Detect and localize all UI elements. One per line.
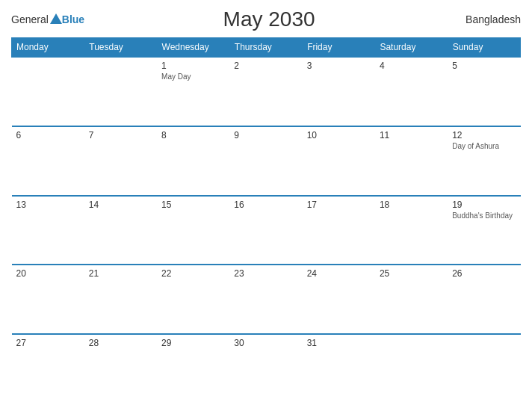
day-number: 14 bbox=[89, 200, 152, 210]
day-number: 31 bbox=[307, 338, 371, 348]
day-number: 5 bbox=[452, 61, 516, 71]
calendar-day-cell bbox=[448, 334, 520, 404]
calendar-day-cell bbox=[12, 57, 84, 126]
day-number: 13 bbox=[16, 200, 80, 210]
day-number: 26 bbox=[452, 268, 516, 279]
calendar-day-cell: 7 bbox=[84, 126, 157, 196]
day-number: 21 bbox=[89, 268, 152, 279]
calendar-day-cell bbox=[375, 334, 448, 404]
calendar-table: MondayTuesdayWednesdayThursdayFridaySatu… bbox=[11, 37, 521, 404]
weekday-header: Sunday bbox=[448, 38, 520, 58]
day-number: 9 bbox=[234, 130, 297, 140]
calendar-week-row: 2728293031 bbox=[12, 334, 521, 404]
day-number: 22 bbox=[161, 268, 225, 279]
calendar-day-cell: 9 bbox=[229, 126, 302, 196]
day-number: 10 bbox=[307, 130, 371, 140]
day-number: 28 bbox=[89, 338, 152, 348]
weekday-header: Monday bbox=[12, 38, 84, 58]
calendar-day-cell: 27 bbox=[12, 334, 84, 404]
day-number: 24 bbox=[307, 268, 371, 279]
calendar-day-cell: 3 bbox=[303, 57, 375, 126]
calendar-week-row: 6789101112Day of Ashura bbox=[12, 126, 521, 196]
calendar-week-row: 20212223242526 bbox=[12, 265, 521, 334]
weekday-header: Tuesday bbox=[84, 38, 157, 58]
calendar-day-cell: 18 bbox=[375, 196, 448, 265]
calendar-title: May 2030 bbox=[84, 7, 454, 31]
day-number: 23 bbox=[234, 268, 297, 279]
weekday-header: Friday bbox=[303, 38, 375, 58]
day-number: 16 bbox=[234, 200, 297, 210]
calendar-day-cell: 12Day of Ashura bbox=[448, 126, 520, 196]
calendar-day-cell: 17 bbox=[303, 196, 375, 265]
weekday-header: Wednesday bbox=[157, 38, 229, 58]
calendar-day-cell: 15 bbox=[157, 196, 229, 265]
day-number: 17 bbox=[307, 200, 371, 210]
calendar-day-cell: 26 bbox=[448, 265, 520, 334]
holiday-name: Buddha's Birthday bbox=[452, 211, 516, 220]
weekday-header: Thursday bbox=[229, 38, 302, 58]
day-number: 30 bbox=[234, 338, 297, 348]
logo-general-text: General bbox=[11, 13, 49, 25]
calendar-day-cell: 2 bbox=[229, 57, 302, 126]
calendar-day-cell: 5 bbox=[448, 57, 520, 126]
calendar-day-cell: 19Buddha's Birthday bbox=[448, 196, 520, 265]
calendar-header: General Blue May 2030 Bangladesh bbox=[11, 7, 521, 31]
calendar-day-cell: 16 bbox=[229, 196, 302, 265]
day-number: 4 bbox=[380, 61, 443, 71]
logo: General Blue bbox=[11, 13, 84, 26]
calendar-day-cell: 11 bbox=[375, 126, 448, 196]
calendar-day-cell bbox=[84, 57, 157, 126]
calendar-day-cell: 20 bbox=[12, 265, 84, 334]
day-number: 7 bbox=[89, 130, 152, 140]
calendar-day-cell: 31 bbox=[303, 334, 375, 404]
day-number: 20 bbox=[16, 268, 80, 279]
calendar-day-cell: 14 bbox=[84, 196, 157, 265]
calendar-day-cell: 1May Day bbox=[157, 57, 229, 126]
calendar-day-cell: 30 bbox=[229, 334, 302, 404]
calendar-day-cell: 23 bbox=[229, 265, 302, 334]
weekday-header: Saturday bbox=[375, 38, 448, 58]
day-number: 15 bbox=[161, 200, 225, 210]
day-number: 2 bbox=[234, 61, 297, 71]
holiday-name: May Day bbox=[161, 72, 225, 81]
day-number: 1 bbox=[161, 61, 225, 71]
calendar-day-cell: 8 bbox=[157, 126, 229, 196]
logo-triangle-icon bbox=[50, 13, 62, 24]
day-number: 12 bbox=[452, 130, 516, 140]
calendar-day-cell: 29 bbox=[157, 334, 229, 404]
day-number: 3 bbox=[307, 61, 371, 71]
calendar-body: 1May Day23456789101112Day of Ashura13141… bbox=[12, 57, 521, 404]
calendar-day-cell: 13 bbox=[12, 196, 84, 265]
country-label: Bangladesh bbox=[454, 13, 521, 25]
calendar-week-row: 1May Day2345 bbox=[12, 57, 521, 126]
day-number: 25 bbox=[380, 268, 443, 279]
calendar-day-cell: 25 bbox=[375, 265, 448, 334]
day-number: 18 bbox=[380, 200, 443, 210]
day-number: 27 bbox=[16, 338, 80, 348]
day-number: 8 bbox=[161, 130, 225, 140]
day-number: 29 bbox=[161, 338, 225, 348]
calendar-day-cell: 10 bbox=[303, 126, 375, 196]
calendar-day-cell: 6 bbox=[12, 126, 84, 196]
day-number: 11 bbox=[380, 130, 443, 140]
calendar-header-row: MondayTuesdayWednesdayThursdayFridaySatu… bbox=[12, 38, 521, 58]
calendar-day-cell: 21 bbox=[84, 265, 157, 334]
day-number: 6 bbox=[16, 130, 80, 140]
holiday-name: Day of Ashura bbox=[452, 142, 516, 150]
logo-blue-text: Blue bbox=[62, 13, 84, 25]
calendar-day-cell: 24 bbox=[303, 265, 375, 334]
calendar-day-cell: 22 bbox=[157, 265, 229, 334]
calendar-week-row: 13141516171819Buddha's Birthday bbox=[12, 196, 521, 265]
day-number: 19 bbox=[452, 200, 516, 210]
calendar-day-cell: 4 bbox=[375, 57, 448, 126]
calendar-day-cell: 28 bbox=[84, 334, 157, 404]
